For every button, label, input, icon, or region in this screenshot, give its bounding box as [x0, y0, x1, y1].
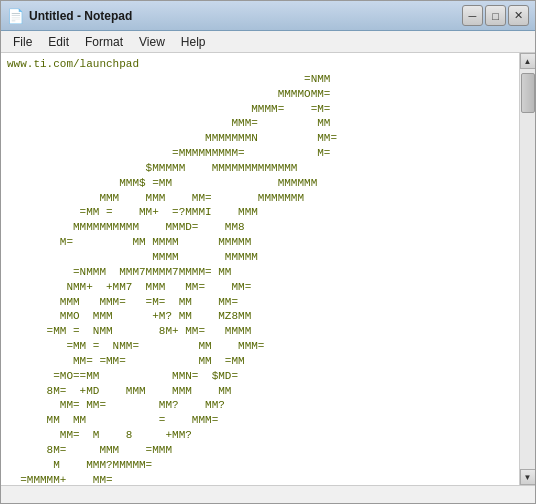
title-bar: 📄 Untitled - Notepad ─ □ ✕ [1, 1, 535, 31]
menu-bar: File Edit Format View Help [1, 31, 535, 53]
text-editor[interactable]: www.ti.com/launchpad =NMM MMMMOMM= MMMM=… [1, 53, 519, 485]
menu-view[interactable]: View [131, 33, 173, 51]
vertical-scrollbar[interactable]: ▲ ▼ [519, 53, 535, 485]
scroll-track[interactable] [520, 69, 535, 469]
scroll-thumb[interactable] [521, 73, 535, 113]
app-icon: 📄 [7, 8, 23, 24]
main-window: 📄 Untitled - Notepad ─ □ ✕ File Edit For… [0, 0, 536, 504]
title-bar-left: 📄 Untitled - Notepad [7, 8, 132, 24]
scroll-down-button[interactable]: ▼ [520, 469, 536, 485]
maximize-button[interactable]: □ [485, 5, 506, 26]
scroll-up-button[interactable]: ▲ [520, 53, 536, 69]
menu-help[interactable]: Help [173, 33, 214, 51]
close-button[interactable]: ✕ [508, 5, 529, 26]
minimize-button[interactable]: ─ [462, 5, 483, 26]
window-title: Untitled - Notepad [29, 9, 132, 23]
menu-edit[interactable]: Edit [40, 33, 77, 51]
status-bar [1, 485, 535, 503]
menu-file[interactable]: File [5, 33, 40, 51]
editor-area: www.ti.com/launchpad =NMM MMMMOMM= MMMM=… [1, 53, 535, 485]
window-controls: ─ □ ✕ [462, 5, 529, 26]
menu-format[interactable]: Format [77, 33, 131, 51]
